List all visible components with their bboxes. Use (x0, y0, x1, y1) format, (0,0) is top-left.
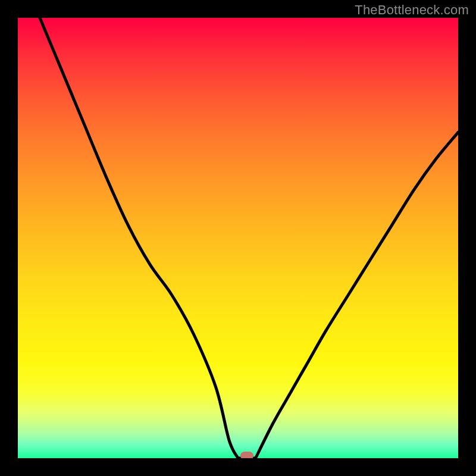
plot-area (18, 18, 458, 458)
chart-frame: TheBottleneck.com (0, 0, 476, 476)
watermark-text: TheBottleneck.com (355, 2, 469, 18)
optimal-point-marker (240, 452, 253, 458)
bottleneck-curve (18, 18, 458, 458)
